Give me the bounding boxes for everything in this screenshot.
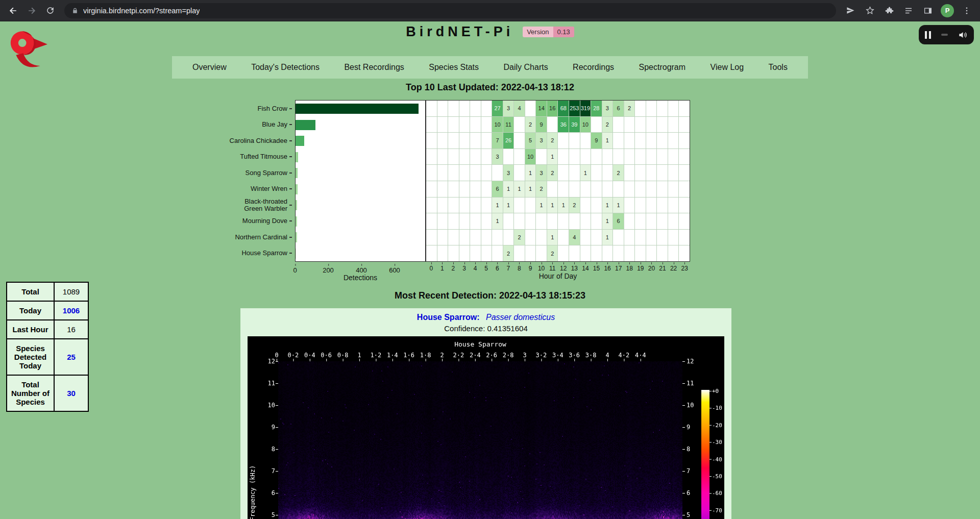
heatmap-cell: 2 — [613, 165, 624, 181]
detections-bar — [296, 136, 304, 146]
stats-row: Last Hour16 — [7, 320, 88, 339]
heatmap-cell — [426, 213, 437, 229]
species-label-row: House Sparrow — [225, 245, 292, 262]
heatmap-cell — [668, 230, 679, 245]
side-panel-button[interactable] — [920, 3, 936, 19]
heatmap-cell — [569, 133, 580, 149]
heatmap-cell — [569, 165, 580, 181]
heatmap-cell — [481, 181, 492, 197]
heatmap-cell — [635, 181, 646, 197]
nav-item-view-log[interactable]: View Log — [710, 63, 744, 72]
nav-item-species-stats[interactable]: Species Stats — [429, 63, 479, 72]
heatmap-cell — [481, 165, 492, 181]
version-label: Version — [523, 27, 553, 37]
heatmap-cell — [514, 165, 525, 181]
reading-list-button[interactable] — [900, 3, 917, 19]
heatmap-cell — [624, 149, 635, 165]
heatmap-cell — [470, 230, 481, 245]
heatmap-cell — [668, 181, 679, 197]
extensions-button[interactable] — [881, 3, 897, 19]
hour-axis-tick-label: 3 — [459, 262, 470, 272]
bookmark-button[interactable] — [862, 3, 878, 19]
nav-item-todays-detections[interactable]: Today's Detections — [251, 63, 320, 72]
species-label: Northern Cardinal — [235, 234, 287, 241]
heatmap-grid: 2734141668253319283621011293639102726532… — [426, 101, 690, 261]
page-title: BirdNET-Pi — [406, 24, 513, 40]
heatmap-cell — [426, 117, 437, 133]
nav-item-tools[interactable]: Tools — [769, 63, 788, 72]
heatmap-cell — [481, 117, 492, 133]
heatmap-cell: 2 — [536, 181, 547, 197]
hour-axis-tick-label: 13 — [569, 262, 580, 272]
heatmap-cell — [503, 230, 514, 245]
heatmap-cell: 2 — [503, 245, 514, 261]
stat-value[interactable]: 1006 — [54, 301, 88, 320]
hour-axis-tick-label: 5 — [481, 262, 492, 272]
stat-value[interactable]: 25 — [54, 339, 88, 375]
species-tick — [289, 156, 292, 157]
reload-button[interactable] — [42, 3, 58, 19]
heatmap-cell — [558, 133, 569, 149]
heatmap-cell: 6 — [613, 101, 624, 116]
heatmap-cell — [481, 245, 492, 261]
hour-axis-tick-label: 11 — [547, 262, 558, 272]
bar-axis-tick-label: 0 — [293, 264, 297, 274]
hour-axis-tick-label: 0 — [426, 262, 437, 272]
heatmap-cell — [657, 101, 668, 116]
nav-item-daily-charts[interactable]: Daily Charts — [504, 63, 548, 72]
heatmap-cell — [492, 245, 503, 261]
heatmap-cell — [646, 165, 657, 181]
spectrogram-image — [248, 336, 724, 519]
heatmap-cell — [558, 149, 569, 165]
hour-axis: 01234567891011121314151617181920212223 — [426, 262, 690, 272]
heatmap-cell — [668, 101, 679, 116]
heatmap-cell: 28 — [591, 101, 602, 116]
heatmap-cell — [635, 197, 646, 213]
heatmap-cell — [602, 245, 613, 261]
menu-button[interactable] — [959, 3, 975, 19]
nav-item-spectrogram[interactable]: Spectrogram — [639, 63, 686, 72]
detection-scientific-link[interactable]: Passer domesticus — [486, 313, 555, 322]
heatmap-cell — [536, 245, 547, 261]
heatmap-cell — [679, 165, 690, 181]
heatmap-cell — [514, 245, 525, 261]
species-label: Tufted Titmouse — [240, 153, 287, 160]
heatmap-cell: 9 — [536, 117, 547, 133]
heatmap-cell — [459, 149, 470, 165]
heatmap-cell: 1 — [602, 133, 613, 149]
species-tick — [289, 220, 292, 221]
heatmap-cell — [481, 149, 492, 165]
stat-value: 1089 — [54, 282, 88, 301]
heatmap-cell — [624, 133, 635, 149]
heatmap-cell — [624, 165, 635, 181]
stat-value[interactable]: 30 — [54, 375, 88, 411]
species-label-row: Winter Wren — [225, 181, 292, 197]
nav-item-recordings[interactable]: Recordings — [573, 63, 614, 72]
heatmap-cell — [437, 101, 448, 116]
back-button[interactable] — [5, 3, 21, 19]
heatmap-cell — [437, 230, 448, 245]
send-button[interactable] — [842, 3, 859, 19]
recent-detection-heading: Most Recent Detection: 2022-04-13 18:15:… — [0, 290, 980, 301]
nav-item-best-recordings[interactable]: Best Recordings — [344, 63, 404, 72]
heatmap-cell — [470, 117, 481, 133]
heatmap-cell — [580, 149, 591, 165]
nav-item-overview[interactable]: Overview — [192, 63, 227, 72]
forward-button[interactable] — [23, 3, 40, 19]
heatmap-cell — [635, 245, 646, 261]
heatmap-cell: 4 — [569, 230, 580, 245]
heatmap-cell — [459, 133, 470, 149]
stat-label: Total Number of Species — [7, 375, 54, 411]
bar-axis-tick-label: 200 — [323, 264, 334, 274]
detection-species-link[interactable]: House Sparrow: — [417, 313, 480, 322]
heatmap-cell — [459, 181, 470, 197]
heatmap-cell: 1 — [536, 197, 547, 213]
heatmap-cell — [580, 230, 591, 245]
heatmap-cell: 1 — [602, 230, 613, 245]
heatmap-cell: 1 — [580, 165, 591, 181]
hour-axis-tick-label: 20 — [646, 262, 657, 272]
url-bar[interactable]: virginia.birdnetpi.com/?stream=play — [64, 3, 836, 18]
profile-button[interactable]: P — [939, 3, 955, 19]
heatmap-cell — [569, 213, 580, 229]
heatmap-cell — [657, 197, 668, 213]
